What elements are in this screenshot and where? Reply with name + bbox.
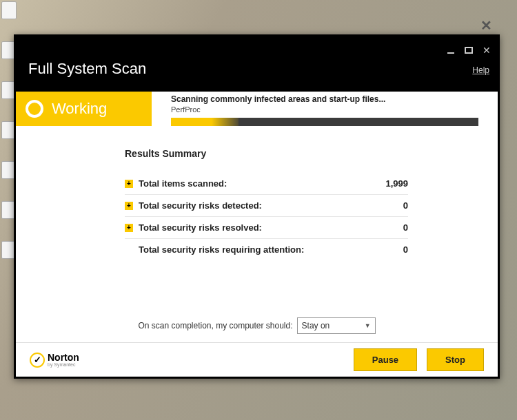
- completion-selected: Stay on: [302, 321, 330, 330]
- status-badge: Working: [16, 92, 152, 126]
- row-label: Total security risks detected:: [139, 200, 367, 211]
- scan-message: Scanning commonly infected areas and sta…: [171, 94, 488, 104]
- maximize-button[interactable]: [463, 45, 474, 56]
- completion-label: On scan completion, my computer should:: [138, 321, 292, 330]
- row-value: 0: [367, 200, 408, 211]
- results-summary: Results Summary + Total items scanned: 1…: [16, 133, 498, 260]
- summary-row-attention: Total security risks requiring attention…: [125, 239, 408, 260]
- working-icon: [26, 100, 43, 118]
- outer-close-icon[interactable]: ✕: [480, 17, 492, 34]
- svg-rect-0: [447, 52, 454, 54]
- stop-button[interactable]: Stop: [427, 348, 484, 371]
- content-area: Working Scanning commonly infected areas…: [16, 92, 498, 377]
- norton-check-icon: ✓: [30, 353, 45, 368]
- summary-row-scanned: + Total items scanned: 1,999: [125, 173, 408, 195]
- status-label: Working: [52, 100, 107, 118]
- status-row: Working Scanning commonly infected areas…: [16, 92, 498, 126]
- window-controls: ✕: [445, 45, 492, 56]
- row-value: 0: [367, 222, 408, 233]
- titlebar: Full System Scan ✕ Help: [16, 36, 498, 92]
- norton-logo: ✓ Norton by Symantec: [30, 353, 79, 368]
- summary-row-detected: + Total security risks detected: 0: [125, 195, 408, 217]
- expand-icon[interactable]: +: [125, 202, 133, 210]
- expand-icon[interactable]: +: [125, 180, 133, 188]
- scan-window: ✕ Full System Scan ✕ Help Working Scanni…: [14, 34, 500, 379]
- row-label: Total security risks requiring attention…: [139, 244, 367, 255]
- progress-fill: [171, 118, 239, 126]
- expand-icon[interactable]: +: [125, 224, 133, 232]
- row-label: Total security risks resolved:: [139, 222, 367, 233]
- row-value: 1,999: [367, 178, 408, 189]
- row-value: 0: [367, 244, 408, 255]
- completion-select[interactable]: Stay on ▼: [297, 317, 376, 334]
- desktop-shortcut[interactable]: [1, 1, 17, 19]
- scan-info: Scanning commonly infected areas and sta…: [152, 92, 498, 126]
- brand-name: Norton: [48, 353, 79, 362]
- summary-title: Results Summary: [125, 148, 408, 159]
- completion-row: On scan completion, my computer should: …: [16, 317, 498, 334]
- window-title: Full System Scan: [28, 60, 146, 78]
- scan-current-file: PerfProc: [171, 105, 488, 114]
- minimize-button[interactable]: [445, 45, 456, 56]
- summary-row-resolved: + Total security risks resolved: 0: [125, 217, 408, 239]
- pause-button[interactable]: Pause: [354, 348, 417, 371]
- close-button[interactable]: ✕: [481, 45, 492, 56]
- help-link[interactable]: Help: [472, 65, 489, 75]
- progress-bar: [171, 118, 478, 126]
- chevron-down-icon: ▼: [365, 322, 371, 329]
- footer: ✓ Norton by Symantec Pause Stop: [16, 342, 498, 377]
- brand-byline: by Symantec: [48, 362, 79, 367]
- svg-rect-1: [465, 48, 472, 53]
- row-label: Total items scanned:: [139, 178, 367, 189]
